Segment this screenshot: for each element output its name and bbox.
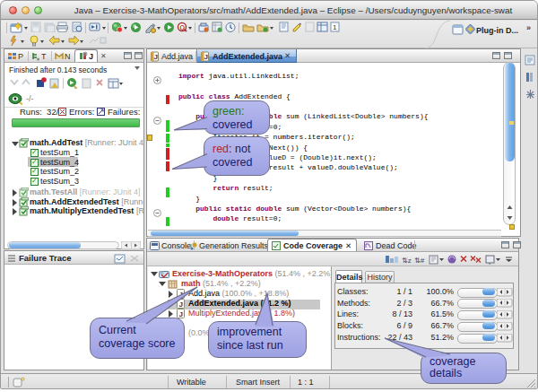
svg-text:J: J [204,53,208,61]
svg-text:J: J [154,53,158,61]
svg-text:1: 1 [333,23,337,31]
svg-text:⇅z: ⇅z [402,257,412,265]
svg-text:J: J [179,310,183,318]
svg-text:Q: Q [180,24,186,31]
svg-text:J: J [179,301,183,309]
svg-text:J: J [179,291,183,299]
svg-text:⇅#: ⇅# [414,257,425,265]
